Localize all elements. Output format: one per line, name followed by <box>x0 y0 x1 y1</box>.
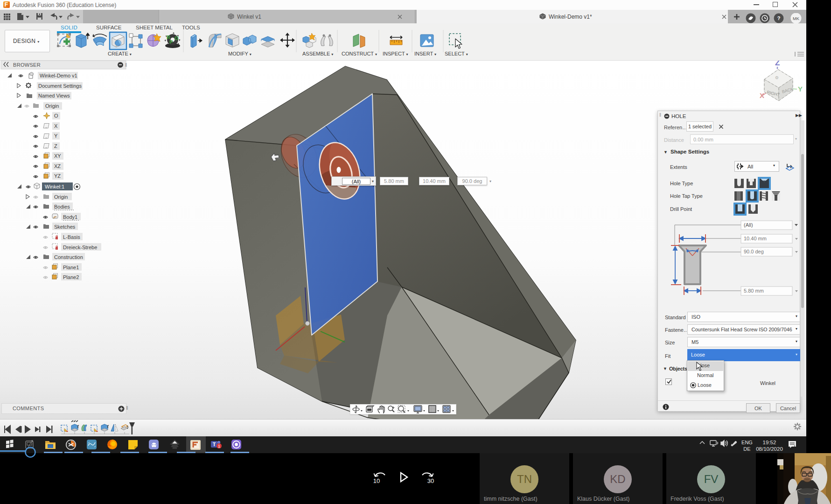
svg-text:1: 1 <box>218 444 220 448</box>
svg-text:Bodies: Bodies <box>54 204 70 210</box>
svg-text:Origin: Origin <box>54 194 68 200</box>
svg-text:Winkel-Demo v1: Winkel-Demo v1 <box>40 73 77 78</box>
svg-text:T: T <box>213 441 216 447</box>
svg-text:Construction: Construction <box>54 254 83 260</box>
svg-text:O: O <box>54 113 58 119</box>
svg-text:DE: DE <box>743 446 750 452</box>
svg-text:08/10/2020: 08/10/2020 <box>756 446 783 452</box>
svg-text:19:52: 19:52 <box>763 440 776 445</box>
svg-text:Plane1: Plane1 <box>63 265 79 270</box>
svg-text:X: X <box>54 123 58 129</box>
svg-text:Z: Z <box>775 61 780 67</box>
svg-text:ENG: ENG <box>741 440 753 445</box>
svg-text:90.0 deg: 90.0 deg <box>744 249 764 254</box>
svg-text:MK: MK <box>793 16 800 21</box>
svg-text:XZ: XZ <box>54 163 61 169</box>
svg-text:Body1: Body1 <box>63 214 77 220</box>
svg-text:Named Views: Named Views <box>38 93 70 98</box>
svg-text:P: P <box>169 39 173 45</box>
svg-text:X: X <box>760 91 764 99</box>
svg-text:Dreieck-Strebe: Dreieck-Strebe <box>63 245 97 250</box>
svg-text:BROWSER: BROWSER <box>13 62 41 68</box>
svg-text:5.80 mm: 5.80 mm <box>744 288 764 294</box>
svg-text:XY: XY <box>54 153 61 159</box>
svg-text:10.40 mm: 10.40 mm <box>744 236 767 241</box>
svg-text:O: O <box>175 35 179 41</box>
svg-text:Document Settings: Document Settings <box>38 83 82 89</box>
svg-text:‖: ‖ <box>125 63 127 68</box>
svg-text:Winkel:1: Winkel:1 <box>45 184 64 189</box>
svg-text:Y: Y <box>798 85 803 93</box>
svg-text:10: 10 <box>373 477 380 484</box>
svg-text:Sketches: Sketches <box>54 224 76 230</box>
svg-text:Z: Z <box>54 143 57 149</box>
svg-text:Y: Y <box>54 133 58 139</box>
svg-text:Origin: Origin <box>45 103 59 109</box>
svg-text:(All): (All) <box>744 222 753 228</box>
svg-text:Plane2: Plane2 <box>63 274 79 280</box>
svg-text:30: 30 <box>427 477 434 484</box>
svg-text:L-Basis: L-Basis <box>63 234 80 240</box>
svg-text:YZ: YZ <box>54 173 61 179</box>
svg-text:?: ? <box>777 15 781 21</box>
